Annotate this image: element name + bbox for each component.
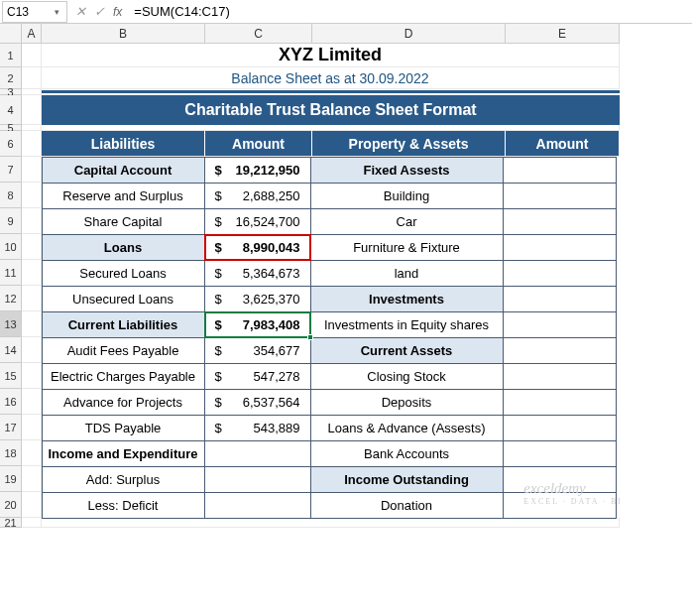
amount-cell[interactable]: $543,889 xyxy=(204,415,311,441)
asset-cell[interactable]: land xyxy=(310,260,504,287)
fx-icon[interactable]: fx xyxy=(113,5,122,19)
cell[interactable] xyxy=(22,95,42,125)
cell[interactable] xyxy=(22,492,42,518)
asset-cell[interactable]: Deposits xyxy=(310,389,504,416)
liability-cell[interactable]: Less: Deficit xyxy=(42,492,205,519)
row-header[interactable]: 18 xyxy=(0,440,22,466)
cell[interactable] xyxy=(22,389,42,415)
col-header-a[interactable]: A xyxy=(22,24,42,44)
header-amount1[interactable]: Amount xyxy=(205,131,312,157)
liability-cell[interactable]: Loans xyxy=(42,234,205,261)
liability-cell[interactable]: Current Liabilities xyxy=(42,311,205,338)
amount2-cell[interactable] xyxy=(503,157,617,184)
header-assets[interactable]: Property & Assets xyxy=(312,131,506,157)
row-header[interactable]: 13 xyxy=(0,311,22,337)
liability-cell[interactable]: Share Capital xyxy=(42,208,205,235)
cell[interactable] xyxy=(22,234,42,260)
amount2-cell[interactable] xyxy=(503,208,617,235)
amount-cell[interactable]: $19,212,950 xyxy=(204,157,311,184)
row-header[interactable]: 1 xyxy=(0,44,22,67)
asset-cell[interactable]: Donation xyxy=(310,492,504,519)
amount-cell[interactable] xyxy=(204,440,311,467)
cell[interactable] xyxy=(22,518,42,528)
amount2-cell[interactable] xyxy=(503,415,617,441)
cell[interactable] xyxy=(22,363,42,389)
amount-cell[interactable]: $6,537,564 xyxy=(204,389,311,416)
header-amount2[interactable]: Amount xyxy=(506,131,620,157)
asset-cell[interactable]: Loans & Advance (Assests) xyxy=(310,415,504,441)
row-header[interactable]: 20 xyxy=(0,492,22,518)
asset-cell[interactable]: Current Assets xyxy=(310,337,504,364)
asset-cell[interactable]: Building xyxy=(310,183,504,209)
amount-cell[interactable]: $2,688,250 xyxy=(204,183,311,209)
subtitle[interactable]: Balance Sheet as at 30.09.2022 xyxy=(42,67,620,89)
row-header[interactable]: 14 xyxy=(0,337,22,363)
cell[interactable] xyxy=(22,260,42,286)
row-header[interactable]: 8 xyxy=(0,183,22,208)
amount-cell[interactable]: $5,364,673 xyxy=(204,260,311,287)
col-header-c[interactable]: C xyxy=(205,24,312,44)
cell[interactable] xyxy=(22,131,42,157)
asset-cell[interactable]: Furniture & Fixture xyxy=(310,234,504,261)
col-header-b[interactable]: B xyxy=(42,24,205,44)
amount2-cell[interactable] xyxy=(503,337,617,364)
amount2-cell[interactable] xyxy=(503,234,617,261)
amount-cell[interactable]: $8,990,043 xyxy=(204,234,311,261)
amount-cell[interactable] xyxy=(204,466,311,493)
cell[interactable] xyxy=(42,518,620,528)
cell[interactable] xyxy=(22,286,42,311)
asset-cell[interactable]: Bank Accounts xyxy=(310,440,504,467)
asset-cell[interactable]: Income Outstanding xyxy=(310,466,504,493)
liability-cell[interactable]: Income and Expenditure xyxy=(42,440,205,467)
cell[interactable] xyxy=(22,415,42,440)
cell[interactable] xyxy=(22,337,42,363)
liability-cell[interactable]: TDS Payable xyxy=(42,415,205,441)
amount2-cell[interactable] xyxy=(503,363,617,390)
row-header[interactable]: 9 xyxy=(0,208,22,234)
amount-cell[interactable] xyxy=(204,492,311,519)
asset-cell[interactable]: Investments in Equity shares xyxy=(310,311,504,338)
liability-cell[interactable]: Secured Loans xyxy=(42,260,205,287)
formula-input[interactable]: =SUM(C14:C17) xyxy=(128,4,692,19)
row-header[interactable]: 17 xyxy=(0,415,22,440)
row-header[interactable]: 19 xyxy=(0,466,22,492)
cell[interactable] xyxy=(22,44,42,67)
amount2-cell[interactable] xyxy=(503,311,617,338)
amount-cell[interactable]: $547,278 xyxy=(204,363,311,390)
row-header[interactable]: 6 xyxy=(0,131,22,157)
liability-cell[interactable]: Add: Surplus xyxy=(42,466,205,493)
amount2-cell[interactable] xyxy=(503,492,617,519)
select-all-corner[interactable] xyxy=(0,24,22,44)
amount2-cell[interactable] xyxy=(503,466,617,493)
row-header[interactable]: 10 xyxy=(0,234,22,260)
row-header[interactable]: 15 xyxy=(0,363,22,389)
cell[interactable] xyxy=(22,466,42,492)
row-header[interactable]: 12 xyxy=(0,286,22,311)
row-header[interactable]: 16 xyxy=(0,389,22,415)
col-header-d[interactable]: D xyxy=(312,24,506,44)
liability-cell[interactable]: Advance for Projects xyxy=(42,389,205,416)
amount-cell[interactable]: $16,524,700 xyxy=(204,208,311,235)
cell[interactable] xyxy=(22,440,42,466)
amount2-cell[interactable] xyxy=(503,286,617,312)
amount-cell[interactable]: $7,983,408 xyxy=(204,311,311,338)
chevron-down-icon[interactable]: ▾ xyxy=(51,7,62,17)
liability-cell[interactable]: Capital Account xyxy=(42,157,205,184)
row-header[interactable]: 4 xyxy=(0,95,22,125)
check-icon[interactable]: ✓ xyxy=(94,4,105,19)
cell[interactable] xyxy=(22,67,42,89)
asset-cell[interactable]: Car xyxy=(310,208,504,235)
asset-cell[interactable]: Closing Stock xyxy=(310,363,504,390)
amount2-cell[interactable] xyxy=(503,389,617,416)
amount2-cell[interactable] xyxy=(503,440,617,467)
cell[interactable] xyxy=(22,157,42,183)
row-header[interactable]: 11 xyxy=(0,260,22,286)
name-box[interactable]: C13 ▾ xyxy=(2,1,67,23)
col-header-e[interactable]: E xyxy=(506,24,620,44)
amount2-cell[interactable] xyxy=(503,260,617,287)
fill-handle[interactable] xyxy=(307,334,313,340)
cell[interactable] xyxy=(22,311,42,337)
amount2-cell[interactable] xyxy=(503,183,617,209)
liability-cell[interactable]: Unsecured Loans xyxy=(42,286,205,312)
asset-cell[interactable]: Investments xyxy=(310,286,504,312)
